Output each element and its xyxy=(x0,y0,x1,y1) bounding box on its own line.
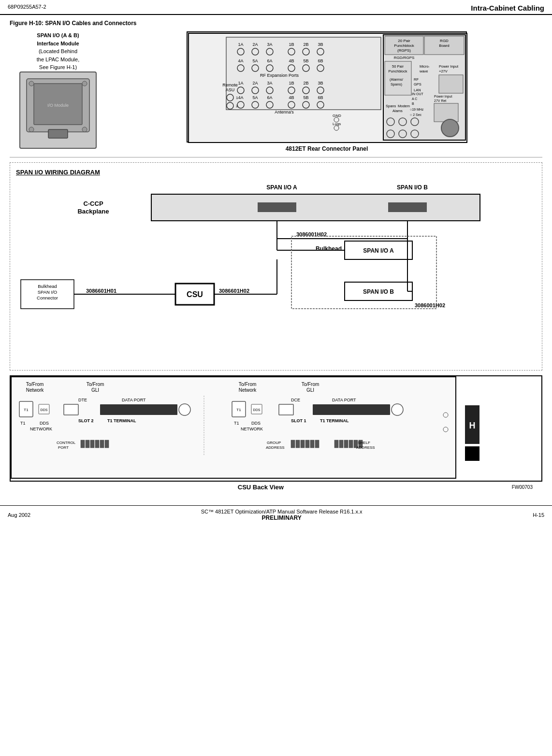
svg-text:GLI: GLI xyxy=(91,387,99,393)
svg-text:2B: 2B xyxy=(303,81,308,86)
svg-text:3086001H02: 3086001H02 xyxy=(415,302,445,308)
span-io-module-section: SPAN I/O (A & B) Interface Module (Locat… xyxy=(10,31,106,149)
doc-number: 68P09255A57-2 xyxy=(8,4,46,10)
svg-rect-199 xyxy=(339,440,343,448)
svg-rect-116 xyxy=(388,202,427,212)
svg-text:Micro-: Micro- xyxy=(420,64,430,69)
svg-rect-193 xyxy=(296,440,300,448)
svg-text:27V Ret: 27V Ret xyxy=(434,99,446,102)
page-header: 68P09255A57-2 Intra-Cabinet Cabling xyxy=(0,0,552,15)
rear-panel-title: 4812ET Rear Connector Panel xyxy=(286,145,368,152)
svg-rect-194 xyxy=(301,440,305,448)
svg-text:50 Pair: 50 Pair xyxy=(392,64,404,69)
svg-text:2: 2 xyxy=(236,104,238,108)
svg-text:Bulkhead: Bulkhead xyxy=(38,284,57,289)
svg-text:T1: T1 xyxy=(234,421,239,426)
svg-text:GLI: GLI xyxy=(306,387,314,393)
page-body: Figure H-10: SPAN I/O Cables and Connect… xyxy=(0,15,552,496)
svg-text:T1 TERMINAL: T1 TERMINAL xyxy=(320,418,349,423)
csu-back-footer: CSU Back View FW00703 xyxy=(10,484,542,491)
svg-text:SHELF: SHELF xyxy=(358,441,370,445)
svg-text:Punchblock: Punchblock xyxy=(389,69,407,73)
svg-text:Power Input: Power Input xyxy=(434,95,452,99)
svg-rect-97 xyxy=(434,103,458,122)
fw-label: FW00703 xyxy=(512,485,542,490)
svg-text:RGD: RGD xyxy=(440,39,449,43)
svg-text:C-CCP: C-CCP xyxy=(83,200,103,207)
svg-text:CONTROL: CONTROL xyxy=(57,441,76,445)
svg-text:ADDRESS: ADDRESS xyxy=(266,445,285,450)
span-io-line4: the LPAC Module, xyxy=(17,56,99,64)
svg-text:To/From: To/From xyxy=(302,382,320,387)
svg-text:5A: 5A xyxy=(252,95,258,100)
svg-text:NETWORK: NETWORK xyxy=(30,427,52,431)
svg-text:RGD/RGPS: RGD/RGPS xyxy=(394,56,415,60)
svg-text:T1: T1 xyxy=(236,408,241,412)
svg-text:6B: 6B xyxy=(318,58,323,63)
svg-text:Modem: Modem xyxy=(398,104,410,108)
svg-text:20 Pair: 20 Pair xyxy=(398,39,410,43)
footer-date: Aug 2002 xyxy=(8,512,30,518)
svg-text:SLOT 1: SLOT 1 xyxy=(291,418,306,423)
svg-text:SPAN I/O A: SPAN I/O A xyxy=(363,247,394,254)
svg-text:Network: Network xyxy=(26,387,44,393)
svg-text:Punchblock: Punchblock xyxy=(394,43,414,48)
svg-rect-112 xyxy=(151,194,480,221)
footer-manual-title: SC™ 4812ET Optimization/ATP Manual Softw… xyxy=(30,509,533,514)
svg-rect-182 xyxy=(279,404,293,415)
svg-text:6A: 6A xyxy=(267,58,272,63)
svg-rect-210 xyxy=(465,446,479,461)
svg-text:IN    OUT: IN OUT xyxy=(412,92,423,96)
svg-text:3086601H01: 3086601H01 xyxy=(86,288,116,294)
svg-text:Network: Network xyxy=(239,387,257,393)
wiring-diagram: SPAN I/O WIRING DIAGRAM SPAN I/O A SPAN … xyxy=(10,162,542,371)
svg-text:A      C: A C xyxy=(412,97,417,100)
svg-text:SPAN I/O B: SPAN I/O B xyxy=(397,184,428,191)
svg-text:NETWORK: NETWORK xyxy=(241,427,263,431)
svg-text:3B: 3B xyxy=(318,81,323,86)
svg-text:3A: 3A xyxy=(267,81,272,86)
svg-text:Spans): Spans) xyxy=(391,82,402,86)
page-footer: Aug 2002 SC™ 4812ET Optimization/ATP Man… xyxy=(0,505,552,524)
footer-center: SC™ 4812ET Optimization/ATP Manual Softw… xyxy=(30,509,533,521)
svg-text:Remote: Remote xyxy=(222,83,238,87)
section-divider xyxy=(10,157,542,157)
span-io-line3: (Located Behind xyxy=(17,47,99,56)
svg-text:ADDRESS: ADDRESS xyxy=(356,445,375,450)
rear-panel-box: 1A 2A 3A 1B 2B 3B 4A 5A xyxy=(187,31,467,143)
svg-text:RF Expansion Ports: RF Expansion Ports xyxy=(260,73,299,78)
svg-text:3086601H02: 3086601H02 xyxy=(219,288,249,294)
svg-text:H: H xyxy=(469,421,476,430)
svg-text:1A: 1A xyxy=(238,42,243,47)
svg-rect-171 xyxy=(90,440,94,448)
svg-point-6 xyxy=(82,127,87,132)
svg-text:DDS: DDS xyxy=(41,408,48,412)
svg-text:4B: 4B xyxy=(289,58,294,63)
svg-rect-201 xyxy=(349,440,353,448)
svg-text:1: 1 xyxy=(236,96,238,100)
svg-point-161 xyxy=(179,404,190,415)
svg-text:○19 MHz: ○19 MHz xyxy=(410,108,424,111)
svg-text:5B: 5B xyxy=(303,95,308,100)
svg-text:DTE: DTE xyxy=(78,398,87,402)
svg-text:○ 2 Sec: ○ 2 Sec xyxy=(410,113,422,116)
footer-page-number: H-15 xyxy=(533,512,544,518)
svg-text:GROUP: GROUP xyxy=(267,441,281,445)
svg-text:DDS: DDS xyxy=(253,408,261,412)
span-io-label: SPAN I/O (A & B) Interface Module (Locat… xyxy=(17,31,99,71)
svg-rect-88 xyxy=(439,75,463,93)
svg-text:1A: 1A xyxy=(238,81,243,86)
section-title: Intra-Cabinet Cabling xyxy=(471,4,544,12)
figure-title-prefix: Figure H-10: xyxy=(10,20,44,27)
svg-text:Bulkhead: Bulkhead xyxy=(316,245,342,252)
svg-text:Alams: Alams xyxy=(392,109,403,113)
svg-rect-115 xyxy=(258,202,296,212)
svg-text:+27V: +27V xyxy=(439,69,448,73)
svg-point-5 xyxy=(29,127,34,132)
csu-back-title: CSU Back View xyxy=(10,484,512,491)
svg-rect-200 xyxy=(344,440,348,448)
svg-text:Power Input: Power Input xyxy=(439,64,459,69)
svg-rect-196 xyxy=(310,440,314,448)
csu-back-svg: To/From Network To/From GLI To/From Netw… xyxy=(11,376,523,483)
csu-back-view: To/From Network To/From GLI To/From Netw… xyxy=(10,375,542,482)
